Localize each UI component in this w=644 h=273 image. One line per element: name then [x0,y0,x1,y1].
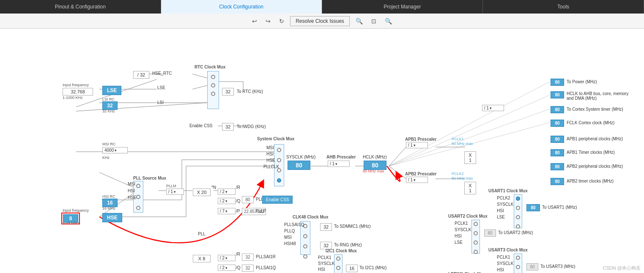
apb2-x1-box: X 1 [464,182,476,194]
pclk1-i2c-label: PCLK1 [318,255,332,260]
pll-q-dropdown[interactable]: / 2 [218,198,236,204]
pll-n-box[interactable]: X 20 [193,188,211,196]
hsi-i2c-label: HSI [318,267,325,272]
hsi-sys-dot[interactable] [277,158,281,162]
zoom-out-button[interactable]: 🔍 [382,16,395,26]
tab-clock-config[interactable]: Clock Configuration [161,0,322,14]
hse-sysclk-label: HSE [266,158,275,163]
usart2-output: 80 [484,229,496,237]
hsi-rc-label: HSI RC [102,194,115,199]
lse-freq-input[interactable]: 32.768 [63,88,93,96]
pll-p-dropdown[interactable]: / 7 [218,208,236,214]
hsi-usart1-dot[interactable] [516,215,520,219]
tab-project-manager[interactable]: Project Manager [322,0,483,14]
rtc-mux-lsi-dot[interactable] [211,92,215,96]
hclk-box[interactable]: 80 [364,161,386,170]
hsi-usart1-label: HSI [497,208,504,213]
i2c1-val: 16 [346,265,358,272]
pclk2-usart1-dot[interactable] [516,197,520,201]
hclk-div-dropdown[interactable]: / 1 [482,105,504,111]
pclk1-usart3-dot[interactable] [516,256,520,260]
pclk1-i2c-dot[interactable] [336,257,340,261]
sysclk-label: SYSCLK (MHz) [286,155,315,159]
pllsai1-n-box[interactable]: X 8 [193,255,211,262]
cortex-output: 80 [551,106,564,113]
to-usart2-label: To USART2 (MHz) [498,230,533,235]
pll-label: PLL [198,232,206,236]
apb2-periph-label: APB2 peripheral clocks (MHz) [567,164,623,169]
apb1-prescaler-title: APB1 Prescaler [405,137,437,142]
msi-rc-dropdown[interactable]: 4000 [102,147,128,153]
svg-line-5 [192,74,209,79]
redo-button[interactable]: ↪ [263,16,273,26]
sysclk-box[interactable]: 80 [288,161,310,170]
pll-sys-dot[interactable] [277,178,281,183]
tab-tools[interactable]: Tools [483,0,644,14]
pllm-dropdown[interactable]: / 1 [166,188,184,195]
apb1-prescaler-dropdown[interactable]: / 1 [406,142,428,148]
svg-line-7 [192,85,209,89]
sdmmc1-val: 32 [320,223,332,231]
system-clock-mux-title: System Clock Mux [257,136,294,141]
sysclk-usart1-dot[interactable] [516,206,520,210]
to-i2c1-label: To I2C1 (MHz) [359,265,386,270]
pllsai1q-label: PLLSAI1Q [256,265,276,270]
hsi-pll-label: HSI [128,188,135,193]
hsi48-clk48-dot[interactable] [303,254,307,259]
lsi-rc-label: LSI RC [102,97,115,101]
undo-button[interactable]: ↩ [249,16,260,26]
rtc-mux-hse-dot[interactable] [211,75,215,79]
pllsai1-r-dropdown[interactable]: / 2 [218,255,236,261]
pclk1-usart2-dot[interactable] [474,222,478,226]
enable-css-label: Enable CSS [189,123,212,128]
clk48-mux-title: CLK48 Clock Mux [293,215,328,219]
pllq-freq: 80 [242,196,254,203]
apb2-prescaler-dropdown[interactable]: / 1 [406,177,428,183]
msi-sys-dot[interactable] [277,148,281,152]
refresh-button[interactable]: ↻ [277,16,287,26]
pllsai1-q-dropdown[interactable]: / 2 [218,265,236,271]
hsi-usart2-dot[interactable] [474,240,478,245]
lse-usart1-label: LSE [497,215,505,219]
hse-box: HSE [102,213,122,222]
hsi-pll-dot[interactable] [136,195,140,199]
ahb-prescaler-title: AHB Prescaler [326,155,356,159]
pllq-clk48-dot[interactable] [303,234,307,238]
pllsai1r-freq: 32 [242,254,254,261]
lse-usart1-dot[interactable] [516,224,520,229]
sysclk-i2c-dot[interactable] [336,266,340,270]
tab-pinout[interactable]: Pinout & Configuration [0,0,161,14]
hse-pll-dot[interactable] [136,206,140,210]
msi-clk48-dot[interactable] [303,244,307,248]
enable-css-button[interactable]: Enable CSS [262,196,293,204]
sysclk-usart2-label: SYSCLK [455,227,471,232]
sysclk-usart2-dot[interactable] [474,231,478,235]
rtc-mux-lse-dot[interactable] [211,83,215,87]
pll-p-label: /P [236,209,240,213]
apb1-periph-label: APB1 peripheral clocks (MHz) [567,136,623,141]
lse-input-freq-label: Input frequency [63,83,89,87]
lse-usart2-label: LSE [455,240,463,245]
hse-rtc-label: HSE_RTC [152,71,172,76]
lse-box: LSE [102,86,121,95]
pllclk-sysclk-label: PLLCLK [263,164,279,169]
pll-n-label: *N [211,185,216,190]
watermark: CSDN @夹心狗丢 [603,265,641,271]
to-usart1-label: To USART1 (MHz) [542,205,577,210]
sysclk-usart3-dot[interactable] [516,265,520,269]
fclk-label: FCLK Cortex clock (MHz) [567,120,614,125]
ahb-prescaler-dropdown[interactable]: / 1 [328,161,350,167]
zoom-in-button[interactable]: 🔍 [353,16,365,26]
lsi-rc-value: 32 [102,101,118,110]
pll-r-dropdown[interactable]: / 2 [218,188,236,195]
msi-rc-unit: KHz [102,156,110,160]
msi-clk48-label: MSI [284,235,292,240]
pllq-clk48-label: PLLQ [284,229,295,233]
to-sdmmc1-label: To SDMMC1 (MHz) [334,224,371,229]
usart1-mux-box [514,194,522,228]
zoom-fit-button[interactable]: ⊡ [369,16,379,26]
resolve-clock-issues-button[interactable]: Resolve Clock Issues [290,16,350,26]
pclk2-label: PCLK2 [452,172,464,176]
msi-pll-dot[interactable] [136,184,140,188]
lse-usart2-dot[interactable] [474,250,478,254]
